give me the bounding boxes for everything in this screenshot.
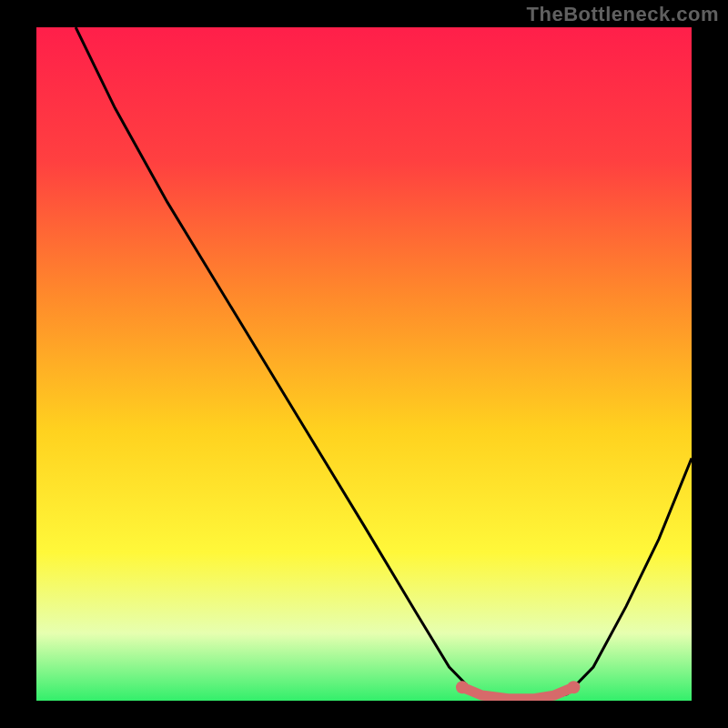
highlight-endpoint-dot [456,681,469,693]
bottleneck-chart [36,27,692,701]
gradient-background [36,27,692,701]
highlight-endpoint-dot [567,681,580,693]
watermark-text: TheBottleneck.com [527,3,719,26]
chart-svg [36,27,692,701]
